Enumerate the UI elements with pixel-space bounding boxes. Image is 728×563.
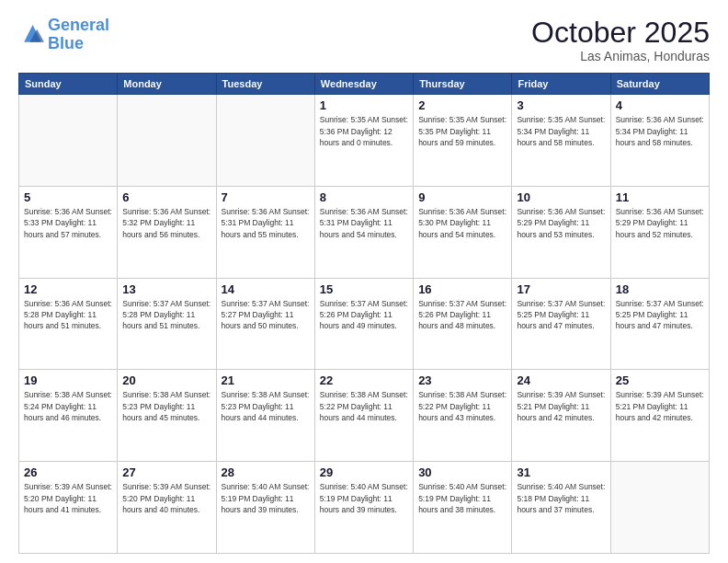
day-number: 18	[616, 282, 704, 296]
calendar-day-cell: 23Sunrise: 5:38 AM Sunset: 5:22 PM Dayli…	[414, 370, 512, 462]
calendar-week-row: 12Sunrise: 5:36 AM Sunset: 5:28 PM Dayli…	[19, 278, 710, 370]
day-info: Sunrise: 5:40 AM Sunset: 5:19 PM Dayligh…	[222, 481, 310, 515]
day-number: 8	[320, 190, 408, 204]
logo-line1: General	[48, 16, 109, 34]
calendar-day-cell: 12Sunrise: 5:36 AM Sunset: 5:28 PM Dayli…	[19, 278, 118, 370]
day-info: Sunrise: 5:36 AM Sunset: 5:34 PM Dayligh…	[616, 114, 704, 148]
calendar-day-cell: 15Sunrise: 5:37 AM Sunset: 5:26 PM Dayli…	[314, 278, 413, 370]
weekday-cell: Saturday	[610, 74, 709, 95]
calendar-day-cell: 21Sunrise: 5:38 AM Sunset: 5:23 PM Dayli…	[216, 370, 314, 462]
day-info: Sunrise: 5:36 AM Sunset: 5:33 PM Dayligh…	[24, 206, 112, 240]
day-number: 16	[418, 282, 506, 296]
calendar-day-cell: 7Sunrise: 5:36 AM Sunset: 5:31 PM Daylig…	[216, 186, 314, 278]
day-number: 19	[24, 373, 112, 387]
calendar-day-cell: 27Sunrise: 5:39 AM Sunset: 5:20 PM Dayli…	[118, 462, 216, 554]
day-info: Sunrise: 5:38 AM Sunset: 5:23 PM Dayligh…	[222, 389, 310, 423]
day-info: Sunrise: 5:37 AM Sunset: 5:28 PM Dayligh…	[122, 298, 210, 332]
day-info: Sunrise: 5:38 AM Sunset: 5:24 PM Dayligh…	[24, 389, 112, 423]
day-number: 3	[517, 98, 605, 112]
calendar-day-cell	[610, 462, 709, 554]
logo-text: General Blue	[48, 17, 109, 53]
logo-icon	[18, 22, 44, 48]
day-info: Sunrise: 5:37 AM Sunset: 5:27 PM Dayligh…	[222, 298, 310, 332]
calendar-day-cell: 3Sunrise: 5:35 AM Sunset: 5:34 PM Daylig…	[512, 95, 610, 187]
calendar-day-cell: 17Sunrise: 5:37 AM Sunset: 5:25 PM Dayli…	[512, 278, 610, 370]
calendar-day-cell: 8Sunrise: 5:36 AM Sunset: 5:31 PM Daylig…	[314, 186, 413, 278]
day-info: Sunrise: 5:36 AM Sunset: 5:31 PM Dayligh…	[222, 206, 310, 240]
calendar-week-row: 5Sunrise: 5:36 AM Sunset: 5:33 PM Daylig…	[19, 186, 710, 278]
day-info: Sunrise: 5:40 AM Sunset: 5:19 PM Dayligh…	[320, 481, 408, 515]
day-number: 23	[418, 373, 506, 387]
calendar-day-cell: 11Sunrise: 5:36 AM Sunset: 5:29 PM Dayli…	[610, 186, 709, 278]
day-info: Sunrise: 5:40 AM Sunset: 5:19 PM Dayligh…	[418, 481, 506, 515]
day-info: Sunrise: 5:39 AM Sunset: 5:21 PM Dayligh…	[616, 389, 704, 423]
day-number: 27	[122, 465, 210, 479]
day-number: 1	[320, 98, 408, 112]
calendar-day-cell: 6Sunrise: 5:36 AM Sunset: 5:32 PM Daylig…	[118, 186, 216, 278]
day-number: 14	[222, 282, 310, 296]
logo-line2: Blue	[48, 34, 84, 52]
month-title: October 2025	[531, 17, 710, 49]
calendar-day-cell: 22Sunrise: 5:38 AM Sunset: 5:22 PM Dayli…	[314, 370, 413, 462]
day-info: Sunrise: 5:39 AM Sunset: 5:20 PM Dayligh…	[24, 481, 112, 515]
calendar-day-cell: 5Sunrise: 5:36 AM Sunset: 5:33 PM Daylig…	[19, 186, 118, 278]
weekday-cell: Wednesday	[314, 74, 413, 95]
day-info: Sunrise: 5:40 AM Sunset: 5:18 PM Dayligh…	[517, 481, 605, 515]
day-info: Sunrise: 5:38 AM Sunset: 5:23 PM Dayligh…	[122, 389, 210, 423]
day-info: Sunrise: 5:38 AM Sunset: 5:22 PM Dayligh…	[418, 389, 506, 423]
calendar-day-cell: 25Sunrise: 5:39 AM Sunset: 5:21 PM Dayli…	[610, 370, 709, 462]
day-number: 21	[222, 373, 310, 387]
day-info: Sunrise: 5:37 AM Sunset: 5:25 PM Dayligh…	[616, 298, 704, 332]
calendar-day-cell: 13Sunrise: 5:37 AM Sunset: 5:28 PM Dayli…	[118, 278, 216, 370]
header: General Blue October 2025 Las Animas, Ho…	[18, 17, 710, 63]
day-number: 4	[616, 98, 704, 112]
weekday-cell: Thursday	[414, 74, 512, 95]
calendar-day-cell: 19Sunrise: 5:38 AM Sunset: 5:24 PM Dayli…	[19, 370, 118, 462]
calendar-day-cell: 14Sunrise: 5:37 AM Sunset: 5:27 PM Dayli…	[216, 278, 314, 370]
calendar-day-cell: 10Sunrise: 5:36 AM Sunset: 5:29 PM Dayli…	[512, 186, 610, 278]
day-info: Sunrise: 5:39 AM Sunset: 5:20 PM Dayligh…	[122, 481, 210, 515]
day-info: Sunrise: 5:35 AM Sunset: 5:34 PM Dayligh…	[517, 114, 605, 148]
weekday-cell: Friday	[512, 74, 610, 95]
page: General Blue October 2025 Las Animas, Ho…	[0, 0, 728, 563]
day-number: 31	[517, 465, 605, 479]
day-number: 22	[320, 373, 408, 387]
calendar-day-cell	[19, 95, 118, 187]
calendar-day-cell: 29Sunrise: 5:40 AM Sunset: 5:19 PM Dayli…	[314, 462, 413, 554]
day-number: 12	[24, 282, 112, 296]
calendar-day-cell	[216, 95, 314, 187]
day-number: 2	[418, 98, 506, 112]
day-info: Sunrise: 5:37 AM Sunset: 5:25 PM Dayligh…	[517, 298, 605, 332]
calendar-day-cell: 9Sunrise: 5:36 AM Sunset: 5:30 PM Daylig…	[414, 186, 512, 278]
day-number: 26	[24, 465, 112, 479]
day-info: Sunrise: 5:36 AM Sunset: 5:29 PM Dayligh…	[517, 206, 605, 240]
day-number: 11	[616, 190, 704, 204]
logo: General Blue	[18, 17, 109, 53]
day-number: 20	[122, 373, 210, 387]
calendar-day-cell: 24Sunrise: 5:39 AM Sunset: 5:21 PM Dayli…	[512, 370, 610, 462]
day-info: Sunrise: 5:37 AM Sunset: 5:26 PM Dayligh…	[418, 298, 506, 332]
day-number: 13	[122, 282, 210, 296]
calendar-day-cell: 30Sunrise: 5:40 AM Sunset: 5:19 PM Dayli…	[414, 462, 512, 554]
day-number: 15	[320, 282, 408, 296]
calendar-week-row: 19Sunrise: 5:38 AM Sunset: 5:24 PM Dayli…	[19, 370, 710, 462]
calendar-body: 1Sunrise: 5:35 AM Sunset: 5:36 PM Daylig…	[19, 95, 710, 554]
day-info: Sunrise: 5:37 AM Sunset: 5:26 PM Dayligh…	[320, 298, 408, 332]
day-number: 6	[122, 190, 210, 204]
day-info: Sunrise: 5:36 AM Sunset: 5:28 PM Dayligh…	[24, 298, 112, 332]
day-info: Sunrise: 5:35 AM Sunset: 5:36 PM Dayligh…	[320, 114, 408, 148]
day-number: 7	[222, 190, 310, 204]
day-number: 17	[517, 282, 605, 296]
calendar-day-cell: 18Sunrise: 5:37 AM Sunset: 5:25 PM Dayli…	[610, 278, 709, 370]
day-info: Sunrise: 5:36 AM Sunset: 5:31 PM Dayligh…	[320, 206, 408, 240]
day-number: 24	[517, 373, 605, 387]
calendar-day-cell: 2Sunrise: 5:35 AM Sunset: 5:35 PM Daylig…	[414, 95, 512, 187]
day-number: 9	[418, 190, 506, 204]
day-number: 25	[616, 373, 704, 387]
calendar-day-cell: 16Sunrise: 5:37 AM Sunset: 5:26 PM Dayli…	[414, 278, 512, 370]
calendar-day-cell: 1Sunrise: 5:35 AM Sunset: 5:36 PM Daylig…	[314, 95, 413, 187]
calendar-table: SundayMondayTuesdayWednesdayThursdayFrid…	[18, 73, 710, 554]
day-number: 10	[517, 190, 605, 204]
weekday-cell: Sunday	[19, 74, 118, 95]
day-info: Sunrise: 5:36 AM Sunset: 5:30 PM Dayligh…	[418, 206, 506, 240]
